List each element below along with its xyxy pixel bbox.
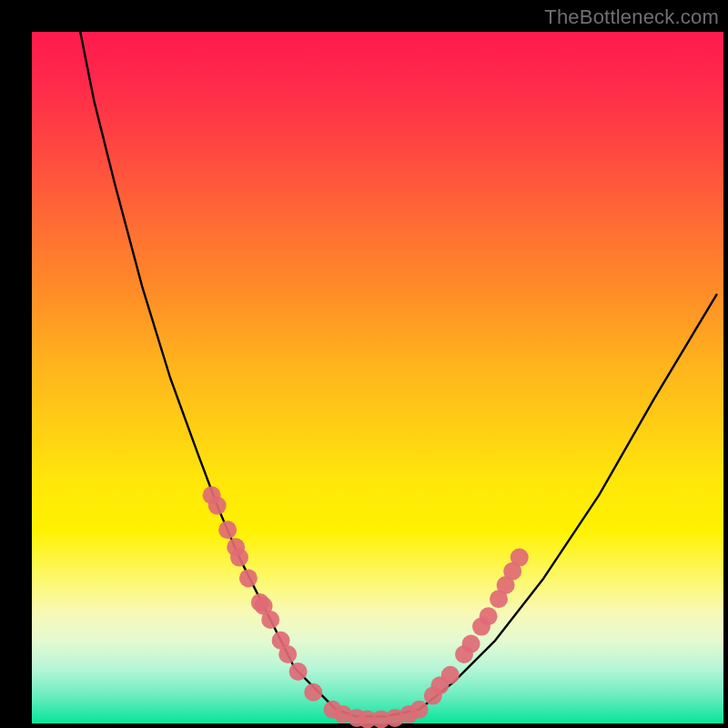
svg-point-12 [304,683,322,702]
watermark-text: TheBottleneck.com [544,5,719,29]
svg-point-2 [218,521,237,539]
svg-point-5 [239,569,258,587]
curve-line [80,32,716,716]
chart-svg [32,32,723,723]
svg-point-20 [410,701,429,719]
svg-point-23 [441,666,460,684]
svg-point-31 [511,549,529,567]
svg-point-8 [261,611,279,629]
scatter-points [203,486,529,728]
svg-point-1 [208,497,227,515]
svg-point-4 [230,549,248,567]
svg-point-25 [462,635,480,653]
plot-area [32,32,723,723]
svg-point-11 [289,662,308,681]
svg-point-27 [480,607,498,625]
chart-frame: TheBottleneck.com [0,0,728,728]
svg-point-10 [278,645,297,663]
